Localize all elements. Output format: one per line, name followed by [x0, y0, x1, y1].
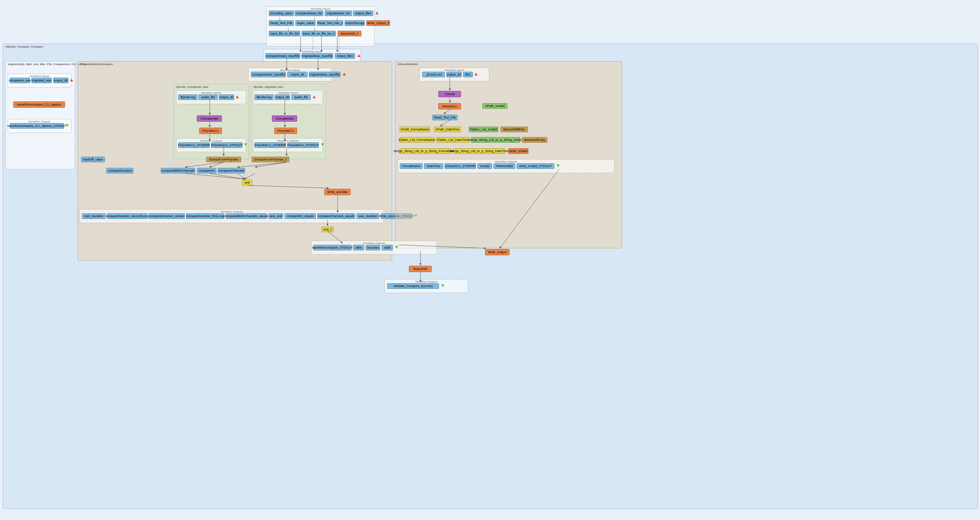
- node-migratedwav-inputfile-ff[interactable]: migratedwav_inputfile: [309, 72, 340, 77]
- node-write-isvalid[interactable]: Write_IsValid: [508, 148, 528, 154]
- node-comparetowav-inputfile-ff[interactable]: comparetowav_inputfile: [251, 72, 286, 77]
- node-xpath-formatname[interactable]: XPath_FormatName: [399, 127, 430, 132]
- node-output-dir-mig2[interactable]: output_dir: [275, 94, 290, 100]
- node-read-text-file[interactable]: Read_Text_File: [269, 20, 294, 26]
- node-beanshellelse[interactable]: BeanshellIfElse: [501, 127, 528, 132]
- node-extract-ffprobe[interactable]: ExtractFromFFprobe: [206, 157, 241, 162]
- node-migrated-wav[interactable]: migrated_wav: [32, 78, 52, 83]
- node-comparewav-list[interactable]: comparetowav_list: [294, 11, 323, 16]
- node-isvalid-out[interactable]: IsValid: [477, 163, 492, 169]
- node-regex-value[interactable]: regex_value: [295, 20, 316, 26]
- node-waveformcompare-stdout[interactable]: waveformcompare_CLI_iapetus_STDOUT: [10, 123, 64, 129]
- node-encoding-value[interactable]: encoding_value: [269, 11, 294, 16]
- node-ffprobecli-stderr-ct[interactable]: FFprobeCU_STDERR: [178, 142, 210, 148]
- migration-outputs-label: Workflow Outputs: [28, 120, 50, 123]
- ffprobe-label: FFprobeExtractCompare: [80, 62, 113, 66]
- node-alike-out[interactable]: alike: [353, 245, 364, 250]
- node-merge-string-datetime[interactable]: Merge_String_List_to_a_String_DateTime: [453, 148, 505, 154]
- node-concatenate-ct[interactable]: Concatenate: [197, 115, 222, 122]
- node-and-and[interactable]: and_and: [269, 213, 283, 219]
- arrow-red-ff: ▲: [342, 71, 347, 77]
- arrow-green-mig: ▼: [65, 123, 70, 128]
- node-compare-channels[interactable]: compareChannels: [218, 168, 245, 174]
- node-flatten-list-formatname[interactable]: Flatten_List_FormatName: [399, 137, 434, 143]
- node-compare-hz[interactable]: compareHz: [197, 168, 216, 174]
- node-compare-bits[interactable]: compareBitsPerSample: [161, 168, 195, 174]
- node-output-dir-mig[interactable]: output_dir: [53, 78, 68, 83]
- node-migratedwav-inputfile-top[interactable]: migratedwav_inputfile: [302, 53, 333, 59]
- node-write-output[interactable]: Write_Output: [485, 249, 509, 255]
- node-compareduration-firstlong[interactable]: compareDuration_firstLong: [186, 213, 224, 219]
- node-write-output-2[interactable]: Write_Output_2: [366, 20, 390, 26]
- node-valid-out[interactable]: valid: [382, 245, 393, 250]
- node-output-dir-ct[interactable]: output_dir: [219, 94, 234, 100]
- node-ffprobe-log-ct[interactable]: ffprobe.log: [178, 94, 197, 100]
- node-comparetowav-inputfile[interactable]: comparetowav_inputfile: [265, 53, 300, 59]
- node-read-text-file-2[interactable]: Read_Text_File_2: [317, 20, 343, 26]
- node-compareduration-secondlong[interactable]: compareDuration_secondLong: [107, 213, 147, 219]
- node-jhova2-xml[interactable]: _jhova2.xml: [422, 72, 445, 77]
- node-compare-duration[interactable]: compareDuration: [106, 168, 134, 174]
- node-ffprobecli-stderr-mig[interactable]: FFprobeCU_STDERR: [255, 142, 286, 148]
- node-output-dir-ff[interactable]: output_dir: [287, 72, 307, 77]
- node-validate-success[interactable]: Validate_Compare_Success: [387, 283, 439, 289]
- node-ffprobecli-stdout-ct[interactable]: FFprobeCU_STDOUT: [211, 142, 243, 148]
- node-audio-file-ct[interactable]: audio_file: [199, 94, 218, 100]
- node-compareto-wav[interactable]: compareto_wav: [10, 78, 30, 83]
- outer-label: Validate_Compare_Compare: [5, 45, 43, 48]
- node-xpath-isvalid[interactable]: XPath_IsValid: [482, 103, 508, 109]
- node-datetime-out[interactable]: DateTime: [424, 163, 443, 169]
- node-waveformcompare-stdout-bot[interactable]: waveformcompare_STDOUT: [313, 245, 352, 250]
- node-concat-jhova[interactable]: Concat: [438, 91, 461, 97]
- node-beanshell-bottom[interactable]: Beanshell: [409, 266, 432, 272]
- node-audio-file-mig[interactable]: audio_file: [291, 94, 311, 100]
- node-mp3-duration[interactable]: mp3_duration: [82, 213, 105, 219]
- node-output-to-logs[interactable]: outputToLogs: [345, 20, 365, 26]
- node-compareduration-similar[interactable]: compareDuration_similar: [148, 213, 185, 219]
- top-inputs-label: Workflow Inputs: [311, 7, 331, 11]
- node-comparehz-equals[interactable]: compareHz_equals: [285, 213, 316, 219]
- node-comparebits-equals[interactable]: compareBitsPerSample_equals: [226, 213, 267, 219]
- node-jhova2cli-stderr[interactable]: JHova2CLI_STDERR: [445, 163, 476, 169]
- node-ffprobecli-ct[interactable]: FFprobeCU: [199, 128, 222, 134]
- node-input-file-list-2[interactable]: Input_file_to_file_list_2: [302, 31, 336, 37]
- node-formatname-out[interactable]: FormatName: [400, 163, 423, 169]
- arrow-red-mid: ▲: [356, 53, 361, 58]
- node-waveformcompare-cli[interactable]: waveformcompare_CLI_iapetus: [13, 101, 65, 108]
- node-flatten-list-datetime[interactable]: Flatten_List_DateTime: [436, 137, 469, 143]
- node-wav-duration[interactable]: wav_duration: [356, 213, 379, 219]
- node-output-files-mid[interactable]: output_files: [335, 53, 355, 59]
- node-flatten-list-isvalid[interactable]: Flatten_List_IsValid: [469, 127, 498, 132]
- arrow-red-jhova: ▲: [474, 71, 479, 77]
- node-beanshell-2[interactable]: Beanshell_2: [337, 31, 361, 37]
- node-jhovacli[interactable]: JHova2CLI: [438, 103, 461, 110]
- node-migratedwav-list[interactable]: migratedwav_list: [325, 11, 352, 16]
- node-and[interactable]: and: [242, 180, 252, 185]
- node-comparechannels-equals[interactable]: compareChannels_equals: [317, 213, 355, 219]
- node-output-files-top[interactable]: output_files: [353, 11, 373, 16]
- node-output-dir-jhova[interactable]: output_dir: [446, 72, 462, 77]
- arrow-red-ct: ▲: [235, 94, 240, 99]
- node-filenotvalid-out[interactable]: FileNotValid: [493, 163, 515, 169]
- node-write-arealike[interactable]: Write_areAlike: [325, 189, 350, 195]
- node-beanshellcopy[interactable]: BeanshellCopy: [522, 137, 547, 143]
- node-read-text-file-jhova[interactable]: Read_Text_File: [432, 115, 458, 120]
- node-success-out[interactable]: Success: [366, 245, 380, 250]
- node-maxdiff-value[interactable]: maxDiff_value: [81, 157, 105, 162]
- node-file1-jhova[interactable]: file1: [463, 72, 473, 77]
- node-extract-ffprobe-2[interactable]: ExtractFromFFprobe_2: [251, 157, 290, 162]
- migration-label: migrationQA_Mp3_and_Wav_File_Comparison_…: [8, 62, 87, 66]
- jhova-inputs-label: Workflow Inputs: [445, 69, 465, 72]
- jhova-outputs-label: Workflow Outputs: [495, 160, 517, 163]
- node-concatenate-mig[interactable]: Concatenate: [272, 115, 297, 122]
- node-ffprobecli-stdout-mig[interactable]: FFprobeCU_STDOUT: [287, 142, 319, 148]
- node-ffprobe-log-mig[interactable]: ffprobe.log: [255, 94, 274, 100]
- node-input-file-list[interactable]: Input_file_to_file_list: [269, 31, 300, 37]
- node-merge-string-formatname[interactable]: Merge_String_List_to_a_String_FormatName: [399, 148, 451, 154]
- arrow-red-mig: ▲: [69, 77, 74, 83]
- node-ffprobecli-mig[interactable]: FFprobeCU: [274, 128, 297, 134]
- node-write-isvalid-stdout[interactable]: Write_isValid_STDOUT: [517, 163, 554, 169]
- node-and-2[interactable]: and_2: [321, 227, 334, 232]
- node-xpath-datetime[interactable]: XPath_DateTime: [434, 127, 461, 132]
- node-merge-string-isvalid[interactable]: Merge_String_List_to_a_String_IsValid: [471, 137, 520, 143]
